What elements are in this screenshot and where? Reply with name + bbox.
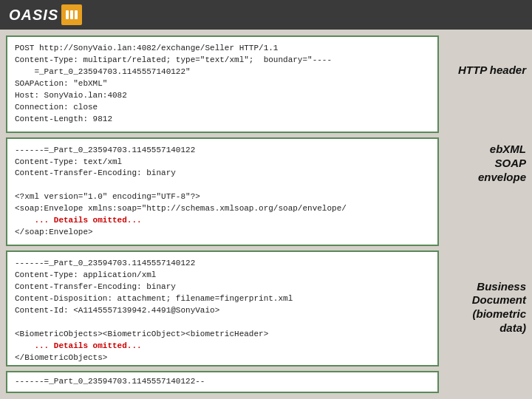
http-header-label: HTTP header	[458, 64, 526, 78]
svg-rect-2	[75, 10, 78, 19]
ebxml-label: ebXMLSOAPenvelope	[478, 143, 526, 184]
logo: OASIS	[9, 4, 82, 25]
footer-block: ------=_Part_0_23594703.1145557140122--	[6, 371, 439, 393]
logo-text: OASIS	[9, 7, 58, 24]
right-panel: HTTP header ebXMLSOAPenvelope BusinessDo…	[445, 35, 526, 393]
left-panel: POST http://SonyVaio.lan:4082/exchange/S…	[6, 35, 439, 393]
details-omitted-1: ... Details omitted...	[34, 216, 141, 225]
ebxml-label-container: ebXMLSOAPenvelope	[445, 110, 526, 217]
svg-rect-0	[66, 10, 69, 19]
header: OASIS	[0, 0, 532, 30]
logo-icon	[61, 4, 82, 25]
business-doc-label-container: BusinessDocument(biometricdata)	[445, 222, 526, 393]
business-doc-label: BusinessDocument(biometricdata)	[472, 280, 526, 335]
details-omitted-2: ... Details omitted...	[34, 341, 141, 350]
http-header-label-container: HTTP header	[445, 35, 526, 106]
business-doc-block: ------=_Part_0_23594703.1145557140122 Co…	[6, 250, 439, 366]
soap-envelope-block: ------=_Part_0_23594703.1145557140122 Co…	[6, 137, 439, 247]
main-content: POST http://SonyVaio.lan:4082/exchange/S…	[0, 30, 532, 399]
http-header-block: POST http://SonyVaio.lan:4082/exchange/S…	[6, 35, 439, 133]
svg-rect-1	[70, 10, 73, 19]
